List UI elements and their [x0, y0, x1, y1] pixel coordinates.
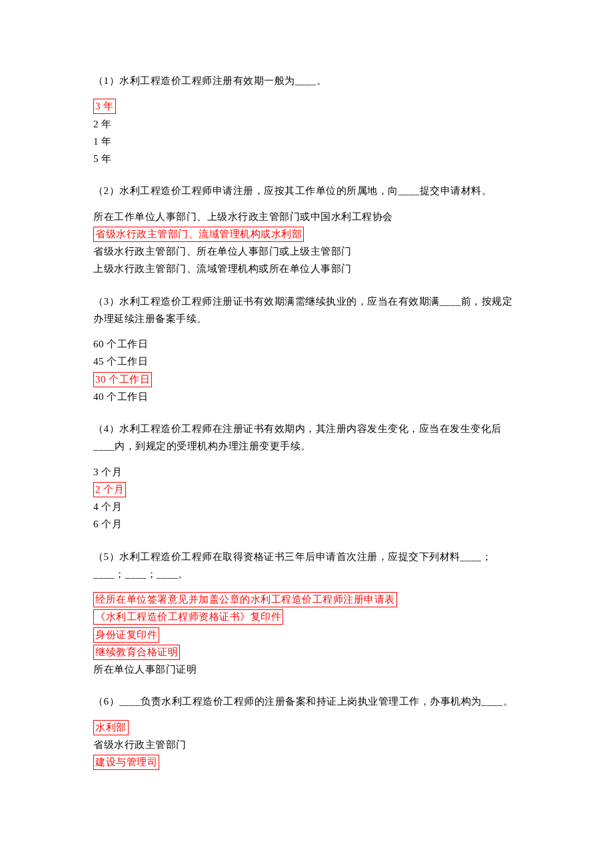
option-item: 45 个工作日	[93, 353, 520, 370]
question-text: （6）____负责水利工程造价工程师的注册备案和持证上岗执业管理工作，办事机构为…	[93, 693, 520, 710]
option-item: 2 年	[93, 115, 520, 133]
question-block: （5）水利工程造价工程师在取得资格证书三年后申请首次注册，应提交下列材料____…	[93, 548, 520, 679]
option-item: 1 年	[93, 133, 520, 150]
option-item: 经所在单位签署意见并加盖公章的水利工程造价工程师注册申请表	[93, 591, 520, 608]
option-item: 身份证复印件	[93, 626, 520, 643]
option-item: 2 个月	[93, 481, 520, 498]
option-item: 省级水行政主管部门、流域管理机构或水利部	[93, 225, 520, 243]
option-item: 继续教育合格证明	[93, 643, 520, 661]
option-item: 5 年	[93, 150, 520, 167]
option-item: 上级水行政主管部门、流域管理机构或所在单位人事部门	[93, 260, 520, 277]
option-item: 所在工作单位人事部门、上级水行政主管部门或中国水利工程协会	[93, 208, 520, 225]
option-item: 3 年	[93, 97, 520, 115]
option-item: 40 个工作日	[93, 388, 520, 405]
option-item: 3 个月	[93, 463, 520, 481]
answer-highlight: 继续教育合格证明	[93, 645, 180, 660]
options-list: 3 个月 2 个月 4 个月 6 个月	[93, 463, 520, 533]
answer-highlight: 30 个工作日	[93, 372, 152, 387]
question-block: （3）水利工程造价工程师注册证书有效期满需继续执业的，应当在有效期满____前，…	[93, 293, 520, 406]
option-item: 4 个月	[93, 498, 520, 515]
answer-highlight: 3 年	[93, 99, 116, 114]
option-item: 水利部	[93, 719, 520, 736]
option-item: 省级水行政主管部门、所在单位人事部门或上级主管部门	[93, 243, 520, 260]
option-item: 60 个工作日	[93, 335, 520, 353]
question-text: （4）水利工程造价工程师在注册证书有效期内，其注册内容发生变化，应当在发生变化后…	[93, 420, 520, 455]
options-list: 经所在单位签署意见并加盖公章的水利工程造价工程师注册申请表 《水利工程造价工程师…	[93, 591, 520, 678]
options-list: 60 个工作日 45 个工作日 30 个工作日 40 个工作日	[93, 335, 520, 405]
option-item: 6 个月	[93, 515, 520, 533]
question-block: （2）水利工程造价工程师申请注册，应按其工作单位的所属地，向____提交申请材料…	[93, 182, 520, 277]
options-list: 所在工作单位人事部门、上级水行政主管部门或中国水利工程协会 省级水行政主管部门、…	[93, 208, 520, 278]
question-text: （5）水利工程造价工程师在取得资格证书三年后申请首次注册，应提交下列材料____…	[93, 548, 520, 583]
option-item: 《水利工程造价工程师资格证书》复印件	[93, 608, 520, 625]
option-item: 30 个工作日	[93, 371, 520, 388]
question-text: （2）水利工程造价工程师申请注册，应按其工作单位的所属地，向____提交申请材料…	[93, 182, 520, 199]
option-item: 所在单位人事部门证明	[93, 661, 520, 678]
option-item: 省级水行政主管部门	[93, 736, 520, 753]
question-block: （1）水利工程造价工程师注册有效期一般为____。 3 年 2 年 1 年 5 …	[93, 72, 520, 167]
options-list: 水利部 省级水行政主管部门 建设与管理司	[93, 719, 520, 771]
answer-highlight: 《水利工程造价工程师资格证书》复印件	[93, 609, 283, 625]
answer-highlight: 建设与管理司	[93, 755, 159, 770]
question-text: （1）水利工程造价工程师注册有效期一般为____。	[93, 72, 520, 89]
answer-highlight: 省级水行政主管部门、流域管理机构或水利部	[93, 227, 304, 242]
options-list: 3 年 2 年 1 年 5 年	[93, 97, 520, 167]
answer-highlight: 经所在单位签署意见并加盖公章的水利工程造价工程师注册申请表	[93, 592, 397, 607]
answer-highlight: 身份证复印件	[93, 627, 159, 643]
option-item: 建设与管理司	[93, 753, 520, 771]
answer-highlight: 2 个月	[93, 482, 126, 497]
answer-highlight: 水利部	[93, 720, 129, 735]
question-block: （6）____负责水利工程造价工程师的注册备案和持证上岗执业管理工作，办事机构为…	[93, 693, 520, 771]
question-text: （3）水利工程造价工程师注册证书有效期满需继续执业的，应当在有效期满____前，…	[93, 293, 520, 328]
question-block: （4）水利工程造价工程师在注册证书有效期内，其注册内容发生变化，应当在发生变化后…	[93, 420, 520, 533]
